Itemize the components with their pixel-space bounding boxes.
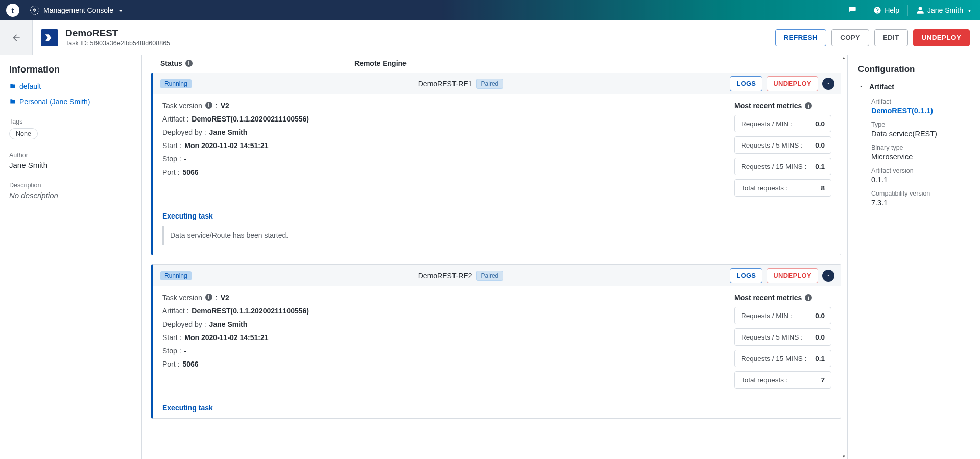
scroll-down-icon[interactable]: ▾ [841,454,846,459]
collapse-toggle[interactable] [822,270,834,282]
console-label: Management Console [43,6,113,14]
artifact-version-value: 0.1.1 [871,176,970,184]
type-value: Data service(REST) [871,130,970,138]
stop-value: - [184,155,187,163]
compat-version-label: Compatibility version [871,190,970,197]
user-menu[interactable]: Jane Smith ▾ [913,6,974,14]
task-type-icon [41,29,58,46]
chevron-down-icon: ▾ [968,8,971,13]
undeploy-button[interactable]: UNDEPLOY [913,29,970,46]
start-label: Start : [162,333,181,342]
config-title: Configuration [858,64,970,75]
info-icon[interactable]: i [805,102,812,109]
status-col-header: Status [160,59,182,67]
task-version-value: V2 [221,294,229,302]
metric-label: Requests / 5 MINS : [741,333,803,341]
logs-button[interactable]: LOGS [730,76,762,91]
tags-label: Tags [9,118,132,125]
artifact-value: DemoREST(0.1.1.20200211100556) [192,115,309,123]
copy-button[interactable]: COPY [831,29,869,46]
feedback-button[interactable] [845,6,859,14]
metric-label: Requests / 15 MINS : [741,163,806,171]
artifact-label: Artifact : [162,307,188,315]
help-label: Help [885,6,899,14]
remote-engine-col-header: Remote Engine [354,59,407,67]
apps-icon: ✲ [30,6,39,15]
binary-type-value: Microservice [871,153,970,161]
start-value: Mon 2020-11-02 14:51:21 [184,141,268,150]
metric-label: Total requests : [741,184,788,192]
brand-logo[interactable]: t [6,4,19,17]
stop-value: - [184,347,187,355]
metric-label: Requests / 5 MINS : [741,141,803,149]
executing-task-title: Executing task [162,212,841,220]
artifact-label: Artifact [871,98,970,105]
binary-type-label: Binary type [871,144,970,151]
info-icon[interactable]: i [805,294,812,301]
metric-value: 0.1 [815,163,825,171]
artifact-section-toggle[interactable]: Artifact [858,83,970,91]
user-icon [916,6,924,14]
artifact-value: DemoREST(0.1.1.20200211100556) [192,307,309,315]
edit-button[interactable]: EDIT [874,29,908,46]
main-content: ▴ Status i Remote Engine Running DemoRES… [142,55,847,459]
sidebar-information: Information default Personal (Jane Smith… [0,55,142,459]
start-label: Start : [162,141,181,150]
artifact-label: Artifact : [162,115,188,123]
executing-task-message: Data service/Route has been started. [162,226,831,245]
scroll-up-icon[interactable]: ▴ [841,55,846,60]
compat-version-value: 7.3.1 [871,199,970,207]
info-icon[interactable]: i [205,102,212,109]
logs-button[interactable]: LOGS [730,268,762,283]
deployed-by-value: Jane Smith [209,320,248,328]
metric-value: 8 [821,184,825,192]
executing-task-title: Executing task [162,404,841,412]
divider [25,5,25,16]
engine-undeploy-button[interactable]: UNDEPLOY [767,268,818,283]
metric-value: 0.0 [815,312,825,320]
metric-label: Requests / MIN : [741,312,793,320]
author-value: Jane Smith [9,161,132,170]
page-title: DemoREST [65,28,170,38]
port-label: Port : [162,360,179,368]
folder-icon [9,83,16,90]
task-version-label: Task version [162,294,202,302]
info-icon[interactable]: i [205,294,212,301]
tag-chip: None [9,128,38,139]
port-value: 5066 [182,360,198,368]
engine-undeploy-button[interactable]: UNDEPLOY [767,76,818,91]
type-label: Type [871,121,970,128]
task-version-label: Task version [162,102,202,110]
metric-label: Requests / 15 MINS : [741,355,806,363]
divider [907,5,908,16]
metric-value: 0.1 [815,355,825,363]
stop-label: Stop : [162,155,181,163]
environment-personal[interactable]: Personal (Jane Smith) [9,98,132,113]
deployed-by-label: Deployed by : [162,128,206,136]
refresh-button[interactable]: REFRESH [775,29,827,46]
arrow-left-icon [11,33,21,43]
metrics-title: Most recent metrics [734,294,802,302]
back-button[interactable] [0,20,33,55]
description-value: No description [9,191,132,200]
help-icon [873,6,881,14]
chevron-up-icon [825,81,831,87]
folder-icon [9,98,16,105]
metric-label: Requests / MIN : [741,120,793,128]
port-value: 5066 [182,168,198,176]
metric-row: Total requests :7 [734,371,831,389]
collapse-toggle[interactable] [822,78,834,90]
console-switcher[interactable]: ✲ Management Console ▾ [30,6,122,15]
divider [865,5,865,16]
metric-value: 7 [821,376,825,384]
environment-default[interactable]: default [9,80,132,98]
metric-row: Total requests :8 [734,179,831,197]
task-version-value: V2 [221,102,229,110]
port-label: Port : [162,168,179,176]
metric-row: Requests / MIN :0.0 [734,115,831,132]
info-icon[interactable]: i [185,60,193,67]
artifact-link[interactable]: DemoREST(0.1.1) [871,107,970,115]
engine-card: Running DemoREST-RE2 Paired LOGS UNDEPLO… [151,264,841,419]
help-button[interactable]: Help [870,6,902,14]
chevron-down-icon: ▾ [119,8,122,13]
